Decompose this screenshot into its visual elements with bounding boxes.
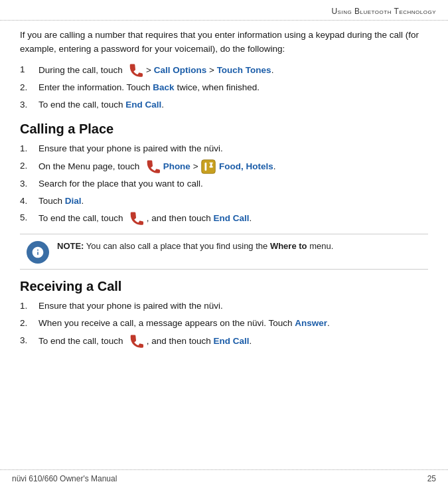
end-call-link-2: End Call bbox=[213, 213, 249, 223]
step-num: 2. bbox=[20, 81, 38, 95]
step-num: 3. bbox=[20, 177, 38, 191]
svg-rect-5 bbox=[210, 166, 214, 167]
step-content: When you receive a call, a message appea… bbox=[38, 317, 428, 331]
receiving-a-call-heading: Receiving a Call bbox=[20, 279, 428, 294]
note-text: NOTE: You can also call a place that you… bbox=[57, 240, 333, 253]
step-content: Enter the information. Touch Back twice,… bbox=[38, 81, 428, 95]
note-label: NOTE: bbox=[57, 241, 84, 251]
svg-rect-2 bbox=[202, 159, 216, 173]
header-title: Using Bluetooth Technology bbox=[331, 7, 436, 16]
intro-step-1: 1 During the call, touch > Call Options … bbox=[20, 63, 428, 78]
intro-step-3: 3. To end the call, touch End Call. bbox=[20, 98, 428, 112]
step-num: 2. bbox=[20, 159, 38, 173]
receiving-step-2: 2. When you receive a call, a message ap… bbox=[20, 317, 428, 331]
calling-a-place-heading: Calling a Place bbox=[20, 122, 428, 137]
footer-right: 25 bbox=[427, 474, 436, 483]
step-content: On the Menu page, touch Phone > Food, Ho… bbox=[38, 159, 428, 174]
end-call-link-1: End Call bbox=[125, 100, 161, 110]
step-num: 2. bbox=[20, 317, 38, 331]
back-link: Back bbox=[153, 82, 174, 92]
page-footer: nüvi 610/660 Owner's Manual 25 bbox=[0, 469, 448, 483]
intro-steps-list: 1 During the call, touch > Call Options … bbox=[20, 63, 428, 112]
step-content: Touch Dial. bbox=[38, 195, 428, 208]
calling-step-5: 5. To end the call, touch , and then tou… bbox=[20, 211, 428, 226]
intro-paragraph: If you are calling a number that require… bbox=[20, 29, 428, 56]
info-icon bbox=[31, 246, 44, 259]
call-options-link: Call Options bbox=[154, 64, 207, 74]
end-call-link-3: End Call bbox=[213, 336, 249, 346]
step-num: 4. bbox=[20, 195, 38, 208]
calling-step-3: 3. Search for the place that you want to… bbox=[20, 177, 428, 191]
step-content: During the call, touch > Call Options > … bbox=[38, 63, 428, 78]
receiving-step-3: 3. To end the call, touch , and then tou… bbox=[20, 334, 428, 349]
receiving-steps-list: 1. Ensure that your phone is paired with… bbox=[20, 299, 428, 349]
note-icon bbox=[27, 241, 49, 264]
phone-icon-4 bbox=[129, 334, 143, 349]
intro-step-2: 2. Enter the information. Touch Back twi… bbox=[20, 81, 428, 95]
phone-icon bbox=[128, 63, 143, 78]
step-num: 1 bbox=[20, 63, 38, 77]
intro-text: If you are calling a number that require… bbox=[20, 30, 419, 54]
step-content: Ensure that your phone is paired with th… bbox=[38, 142, 428, 156]
page-content: If you are calling a number that require… bbox=[0, 21, 448, 365]
food-hotels-link: Food, Hotels bbox=[219, 161, 273, 171]
receiving-step-1: 1. Ensure that your phone is paired with… bbox=[20, 299, 428, 313]
step-content: Search for the place that you want to ca… bbox=[38, 177, 428, 191]
answer-link: Answer bbox=[295, 318, 327, 328]
svg-rect-3 bbox=[205, 162, 207, 170]
note-box: NOTE: You can also call a place that you… bbox=[20, 234, 428, 270]
step-content: To end the call, touch End Call. bbox=[38, 98, 428, 112]
svg-rect-6 bbox=[210, 162, 214, 163]
calling-step-1: 1. Ensure that your phone is paired with… bbox=[20, 142, 428, 156]
step-num: 1. bbox=[20, 142, 38, 156]
page-header: Using Bluetooth Technology bbox=[0, 0, 448, 21]
where-to-link: Where to bbox=[270, 241, 307, 251]
calling-steps-list: 1. Ensure that your phone is paired with… bbox=[20, 142, 428, 226]
step-num: 5. bbox=[20, 211, 38, 225]
note-main-text: You can also call a place that you find … bbox=[86, 241, 270, 251]
calling-step-2: 2. On the Menu page, touch Phone > Food,… bbox=[20, 159, 428, 174]
phone-icon-2 bbox=[145, 159, 160, 174]
step-num: 3. bbox=[20, 98, 38, 112]
phone-icon-3 bbox=[129, 211, 143, 226]
step-content: To end the call, touch , and then touch … bbox=[38, 211, 428, 226]
step-content: Ensure that your phone is paired with th… bbox=[38, 299, 428, 313]
footer-left: nüvi 610/660 Owner's Manual bbox=[12, 474, 117, 483]
touch-tones-link: Touch Tones bbox=[217, 64, 271, 74]
note-suffix: menu. bbox=[309, 241, 333, 251]
dial-link: Dial bbox=[65, 196, 82, 206]
step-content: To end the call, touch , and then touch … bbox=[38, 334, 428, 349]
step-num: 3. bbox=[20, 334, 38, 348]
step-num: 1. bbox=[20, 299, 38, 313]
calling-step-4: 4. Touch Dial. bbox=[20, 195, 428, 208]
food-icon bbox=[201, 159, 216, 174]
phone-link: Phone bbox=[163, 161, 190, 171]
